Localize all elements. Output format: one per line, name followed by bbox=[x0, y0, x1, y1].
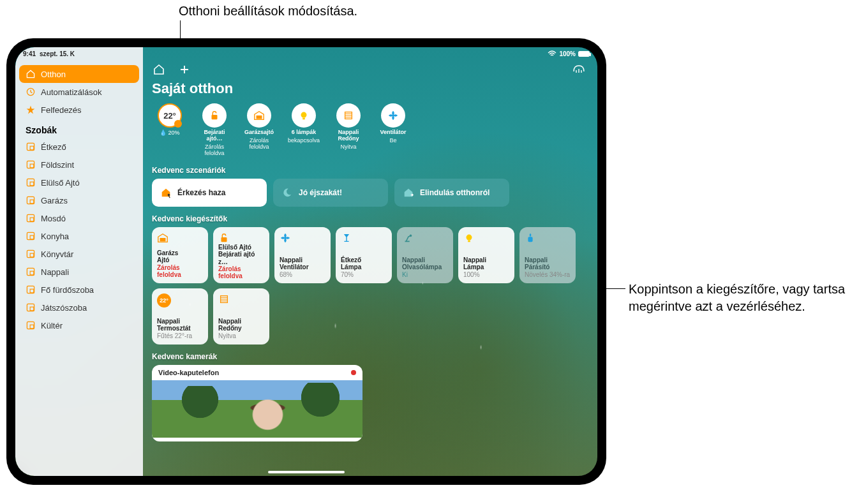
house-icon bbox=[26, 69, 36, 79]
tile-name: Ventilátor bbox=[280, 263, 325, 271]
room-garázs[interactable]: Garázs bbox=[19, 191, 139, 209]
scene-button[interactable]: Elindulás otthonról bbox=[394, 179, 509, 207]
desk-lamp-icon bbox=[402, 232, 448, 246]
accessory-tile[interactable]: 22°NappaliTermosztátFűtés 22°-ra bbox=[152, 288, 208, 345]
add-button[interactable] bbox=[177, 63, 191, 77]
svg-rect-31 bbox=[221, 237, 227, 242]
raindrop-icon: 💧 bbox=[160, 130, 167, 136]
fan-icon bbox=[280, 232, 325, 246]
chip-title: 6 lámpák bbox=[292, 130, 317, 136]
battery-icon bbox=[578, 51, 590, 57]
status-chip[interactable]: GarázsajtóZárolás feloldva bbox=[241, 103, 277, 157]
room-fő-fürdőszoba[interactable]: Fő fürdőszoba bbox=[19, 281, 139, 299]
svg-point-29 bbox=[168, 193, 170, 196]
accessory-tile[interactable]: NappaliOlvasólámpaKi bbox=[397, 227, 453, 283]
room-label: Játszószoba bbox=[41, 303, 87, 313]
scene-button[interactable]: Érkezés haza bbox=[152, 179, 267, 207]
tile-room: Nappali bbox=[218, 318, 264, 325]
room-elülső-ajtó[interactable]: Elülső Ajtó bbox=[19, 174, 139, 191]
room-földszint[interactable]: Földszint bbox=[19, 156, 139, 174]
status-chip[interactable]: Bejárati ajtó…Zárolás feloldva bbox=[197, 103, 232, 157]
tile-name: Redőny bbox=[218, 325, 264, 332]
home-person-icon bbox=[160, 186, 172, 199]
svg-rect-3 bbox=[27, 161, 34, 168]
tile-value: Ki bbox=[402, 271, 448, 278]
accessory-tile[interactable]: Elülső AjtóBejárati ajtó z…Zárolás felol… bbox=[213, 227, 269, 283]
wifi-icon bbox=[548, 50, 556, 57]
fan-icon bbox=[381, 103, 405, 128]
room-label: Garázs bbox=[41, 196, 68, 205]
tile-value: 100% bbox=[463, 271, 509, 278]
status-chip[interactable]: VentilátorBe bbox=[375, 103, 411, 157]
accessory-tile[interactable]: NappaliRedőnyNyitva bbox=[213, 288, 269, 345]
tile-value: Zárolás feloldva bbox=[157, 264, 203, 278]
tile-name: Bejárati ajtó z… bbox=[218, 251, 264, 265]
sidebar-nav-felfedezés[interactable]: Felfedezés bbox=[19, 101, 139, 119]
tile-room: Garázs bbox=[157, 249, 203, 257]
room-label: Földszint bbox=[41, 160, 74, 170]
chip-title: Bejárati ajtó… bbox=[197, 130, 232, 142]
rain-pct: 20% bbox=[168, 130, 179, 136]
status-time: 9:41 bbox=[23, 50, 36, 57]
chip-status: Zárolás feloldva bbox=[197, 144, 232, 157]
svg-rect-4 bbox=[30, 164, 34, 168]
tile-room: Nappali bbox=[402, 256, 448, 264]
room-mosdó[interactable]: Mosdó bbox=[19, 209, 139, 227]
tile-value: Nyitva bbox=[218, 332, 264, 339]
accessory-tile[interactable]: NappaliLámpa100% bbox=[458, 227, 514, 283]
status-chip[interactable]: 6 lámpákbekapcsolva bbox=[286, 103, 322, 157]
room-könyvtár[interactable]: Könyvtár bbox=[19, 245, 139, 263]
bulb-icon bbox=[292, 103, 316, 128]
toolbar bbox=[152, 63, 588, 77]
humidifier-icon bbox=[525, 232, 571, 246]
garage-icon bbox=[157, 232, 203, 246]
tile-name: Lámpa bbox=[463, 263, 509, 271]
room-label: Mosdó bbox=[41, 214, 66, 223]
room-játszószoba[interactable]: Játszószoba bbox=[19, 299, 139, 316]
room-étkező[interactable]: Étkező bbox=[19, 138, 139, 156]
chip-status: Nyitva bbox=[340, 144, 356, 151]
room-label: Étkező bbox=[41, 142, 66, 152]
scene-button[interactable]: Jó éjszakát! bbox=[273, 179, 388, 207]
blinds-icon bbox=[336, 103, 361, 128]
svg-rect-26 bbox=[303, 118, 305, 120]
camera-title: Video-kaputelefon bbox=[158, 369, 219, 376]
tile-room: Nappali bbox=[525, 256, 571, 264]
camera-preview bbox=[152, 380, 362, 438]
status-chip[interactable]: Nappali RedőnyNyitva bbox=[331, 103, 366, 157]
garage-icon bbox=[247, 103, 271, 128]
callout-right: Koppintson a kiegészítőre, vagy tartsa m… bbox=[629, 281, 846, 315]
room-icon bbox=[26, 195, 36, 205]
intercom-button[interactable] bbox=[572, 63, 586, 75]
svg-rect-19 bbox=[27, 304, 34, 311]
sidebar-nav-automatizálások[interactable]: Automatizálások bbox=[19, 83, 139, 101]
accessory-grid: GarázsAjtóZárolás feloldvaElülső AjtóBej… bbox=[152, 227, 586, 345]
svg-rect-22 bbox=[30, 325, 34, 329]
tile-name: Termosztát bbox=[157, 325, 203, 332]
star-icon bbox=[26, 105, 36, 115]
room-kültér[interactable]: Kültér bbox=[19, 316, 139, 334]
room-icon bbox=[26, 267, 36, 277]
climate-chip[interactable]: 22° 💧20% bbox=[152, 103, 188, 136]
tile-room: Nappali bbox=[463, 256, 509, 264]
sidebar: OtthonAutomatizálásokFelfedezés Szobák É… bbox=[15, 47, 143, 476]
sidebar-nav-otthon[interactable]: Otthon bbox=[19, 65, 139, 83]
tile-value: 70% bbox=[341, 271, 387, 278]
room-nappali[interactable]: Nappali bbox=[19, 263, 139, 281]
home-settings-button[interactable] bbox=[152, 63, 166, 77]
room-label: Fő fürdőszoba bbox=[41, 285, 94, 295]
scene-label: Elindulás otthonról bbox=[420, 188, 489, 197]
status-date: szept. 15. K bbox=[40, 50, 75, 57]
accessory-tile[interactable]: GarázsAjtóZárolás feloldva bbox=[152, 227, 208, 283]
accessory-tile[interactable]: NappaliVentilátor68% bbox=[274, 227, 331, 283]
tile-value: Növelés 34%-ra bbox=[525, 271, 571, 278]
camera-tile[interactable]: Video-kaputelefon bbox=[152, 365, 362, 441]
accessory-tile[interactable]: NappaliPárásítóNövelés 34%-ra bbox=[519, 227, 576, 283]
accessory-tile[interactable]: ÉtkezőLámpa70% bbox=[336, 227, 392, 283]
svg-rect-7 bbox=[27, 196, 34, 204]
home-indicator[interactable] bbox=[268, 471, 345, 473]
room-icon bbox=[26, 320, 36, 330]
bulb-icon bbox=[463, 232, 509, 246]
room-konyha[interactable]: Konyha bbox=[19, 227, 139, 245]
main-content: Saját otthon 22° 💧20% Bejárati ajtó…Záro… bbox=[143, 47, 597, 476]
